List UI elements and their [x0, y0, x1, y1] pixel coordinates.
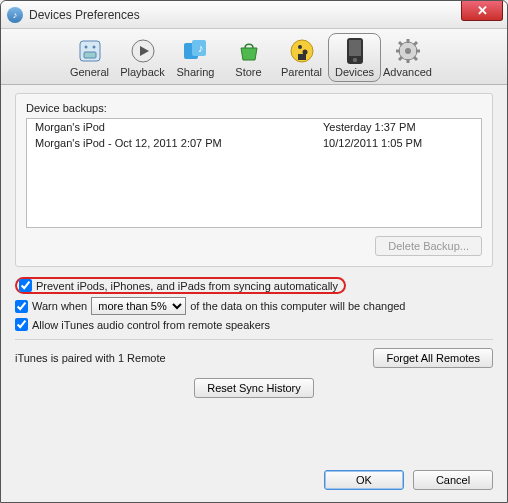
backup-date: Yesterday 1:37 PM [323, 121, 473, 133]
remote-audio-row: Allow iTunes audio control from remote s… [15, 318, 493, 331]
svg-line-22 [399, 42, 402, 45]
tab-sharing[interactable]: ♪ Sharing [169, 33, 222, 82]
delete-backup-button: Delete Backup... [375, 236, 482, 256]
preferences-window: ♪ Devices Preferences ✕ General Playback… [0, 0, 508, 503]
prevent-sync-label: Prevent iPods, iPhones, and iPads from s… [36, 280, 338, 292]
titlebar: ♪ Devices Preferences ✕ [1, 1, 507, 29]
tab-parental[interactable]: Parental [275, 33, 328, 82]
close-button[interactable]: ✕ [461, 1, 503, 21]
backup-name: Morgan's iPod - Oct 12, 2011 2:07 PM [35, 137, 323, 149]
remotes-status: iTunes is paired with 1 Remote [15, 352, 166, 364]
content-area: Device backups: Morgan's iPod Yesterday … [1, 85, 507, 412]
store-icon [235, 37, 263, 65]
tab-label: Advanced [383, 66, 432, 78]
backup-row[interactable]: Morgan's iPod Yesterday 1:37 PM [27, 119, 481, 135]
tab-playback[interactable]: Playback [116, 33, 169, 82]
tab-label: Sharing [177, 66, 215, 78]
svg-line-24 [414, 42, 417, 45]
close-icon: ✕ [477, 3, 488, 18]
itunes-icon: ♪ [7, 7, 23, 23]
divider [15, 339, 493, 340]
warn-checkbox[interactable] [15, 300, 28, 313]
svg-point-10 [298, 45, 302, 49]
warn-row: Warn when more than 5% of the data on th… [15, 297, 493, 315]
svg-rect-12 [298, 54, 306, 60]
backup-list[interactable]: Morgan's iPod Yesterday 1:37 PM Morgan's… [26, 118, 482, 228]
backups-group: Device backups: Morgan's iPod Yesterday … [15, 93, 493, 267]
backup-date: 10/12/2011 1:05 PM [323, 137, 473, 149]
sharing-icon: ♪ [182, 37, 210, 65]
svg-rect-3 [84, 52, 96, 58]
warn-prefix: Warn when [32, 300, 87, 312]
svg-point-15 [352, 58, 356, 62]
prevent-sync-checkbox[interactable] [19, 279, 32, 292]
backups-heading: Device backups: [26, 102, 482, 114]
cancel-button[interactable]: Cancel [413, 470, 493, 490]
parental-icon [288, 37, 316, 65]
prevent-sync-highlight: Prevent iPods, iPhones, and iPads from s… [15, 277, 346, 294]
svg-point-2 [92, 46, 95, 49]
prevent-sync-row: Prevent iPods, iPhones, and iPads from s… [15, 277, 493, 294]
svg-point-17 [405, 48, 411, 54]
warn-threshold-select[interactable]: more than 5% [91, 297, 186, 315]
backup-row[interactable]: Morgan's iPod - Oct 12, 2011 2:07 PM 10/… [27, 135, 481, 151]
window-title: Devices Preferences [29, 8, 140, 22]
remote-audio-label: Allow iTunes audio control from remote s… [32, 319, 270, 331]
tab-label: Parental [281, 66, 322, 78]
tab-devices[interactable]: Devices [328, 33, 381, 82]
playback-icon [129, 37, 157, 65]
tab-label: Devices [335, 66, 374, 78]
dialog-footer: OK Cancel [1, 460, 507, 502]
ok-button[interactable]: OK [324, 470, 404, 490]
svg-line-25 [399, 57, 402, 60]
advanced-gear-icon [394, 37, 422, 65]
remote-audio-checkbox[interactable] [15, 318, 28, 331]
svg-point-11 [302, 50, 307, 55]
forget-remotes-button[interactable]: Forget All Remotes [373, 348, 493, 368]
tab-label: Store [235, 66, 261, 78]
general-icon [76, 37, 104, 65]
tab-label: Playback [120, 66, 165, 78]
svg-rect-14 [349, 40, 361, 56]
backup-name: Morgan's iPod [35, 121, 323, 133]
preferences-toolbar: General Playback ♪ Sharing Store Parenta… [1, 29, 507, 85]
svg-text:♪: ♪ [198, 42, 204, 54]
warn-suffix: of the data on this computer will be cha… [190, 300, 405, 312]
reset-sync-history-button[interactable]: Reset Sync History [194, 378, 314, 398]
svg-line-23 [414, 57, 417, 60]
tab-advanced[interactable]: Advanced [381, 33, 434, 82]
svg-point-1 [84, 46, 87, 49]
devices-icon [341, 37, 369, 65]
tab-general[interactable]: General [63, 33, 116, 82]
tab-store[interactable]: Store [222, 33, 275, 82]
tab-label: General [70, 66, 109, 78]
remotes-row: iTunes is paired with 1 Remote Forget Al… [15, 348, 493, 368]
